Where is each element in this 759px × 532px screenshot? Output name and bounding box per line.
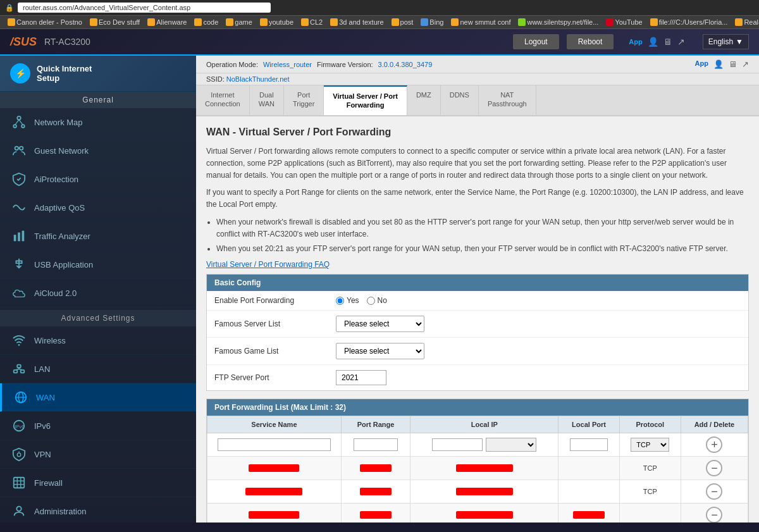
bookmark-item[interactable]: www.silentspy.net/file... (515, 18, 601, 27)
enable-no-option[interactable]: No (367, 296, 387, 305)
sidebar-item-label: WAN (36, 393, 55, 402)
bookmark-item[interactable]: youtube (257, 18, 296, 27)
brand-name: /SUS (10, 35, 37, 48)
port-range-input[interactable] (354, 438, 398, 451)
bookmark-icon (90, 18, 97, 26)
enable-yes-option[interactable]: Yes (336, 296, 359, 305)
protocol-cell (619, 504, 681, 523)
redacted-ip (456, 464, 513, 472)
brand-logo: /SUS (10, 35, 37, 49)
bookmark-item[interactable]: file:///C:/Users/Floria... (648, 18, 731, 27)
local-ip-dropdown[interactable] (486, 438, 536, 452)
sidebar-item-label: IPv6 (34, 421, 51, 431)
sidebar-item-label: Adaptive QoS (34, 203, 85, 213)
tab-bar: Internet Connection Dual WAN Port Trigge… (196, 85, 759, 116)
sidebar-item-ipv6[interactable]: IPv6 IPv6 (0, 412, 196, 440)
port-forwarding-title: Port Forwarding List (Max Limit : 32) (207, 399, 748, 416)
ftp-port-input[interactable] (336, 370, 386, 385)
action-cell: + (681, 433, 748, 457)
display-icon: 🖥 (663, 37, 672, 47)
sidebar-item-traffic-analyzer[interactable]: Traffic Analyzer (0, 222, 196, 251)
tab-ddns[interactable]: DDNS (441, 85, 479, 115)
bookmark-label: Bing (429, 18, 443, 26)
sidebar-item-administration[interactable]: Administration (0, 497, 196, 523)
enable-no-radio[interactable] (367, 297, 375, 305)
quick-setup-label: Quick InternetSetup (37, 64, 92, 83)
tab-dmz[interactable]: DMZ (407, 85, 441, 115)
bookmark-item[interactable]: Canon deler - Postno (5, 18, 85, 27)
faq-link[interactable]: Virtual Server / Port Forwarding FAQ (206, 260, 749, 269)
sidebar-item-wan[interactable]: WAN (0, 383, 196, 412)
add-button[interactable]: + (706, 436, 722, 453)
svg-rect-8 (18, 233, 20, 242)
network-icon (10, 115, 28, 129)
sidebar-item-adaptive-qos[interactable]: Adaptive QoS (0, 194, 196, 222)
sidebar-item-lan[interactable]: LAN (0, 355, 196, 383)
svg-line-15 (16, 369, 20, 370)
sidebar-item-guest-network[interactable]: Guest Network (0, 137, 196, 165)
service-name-cell (207, 433, 342, 457)
svg-line-3 (15, 120, 19, 125)
tab-port-trigger[interactable]: Port Trigger (284, 85, 324, 115)
bookmark-label: CL2 (310, 18, 323, 26)
bookmark-item[interactable]: Real-Time Lightning (732, 18, 759, 27)
local-port-input[interactable] (570, 438, 608, 451)
local-ip-input[interactable] (432, 438, 483, 451)
redacted-port (360, 464, 392, 472)
bookmark-item[interactable]: game (223, 18, 255, 27)
bookmark-item[interactable]: Alienware (145, 18, 189, 27)
chevron-down-icon: ▼ (736, 37, 743, 46)
redacted-port (360, 488, 392, 495)
remove-button[interactable]: − (706, 507, 722, 523)
bookmarks-bar: Canon deler - PostnoEco Dev stuffAlienwa… (0, 16, 759, 29)
ftp-port-row: FTP Server Port (207, 365, 748, 390)
tab-dual-wan[interactable]: Dual WAN (250, 85, 284, 115)
quick-setup-item[interactable]: ⚡ Quick InternetSetup (0, 56, 196, 92)
sidebar-item-usb-application[interactable]: USB Application (0, 251, 196, 279)
svg-rect-13 (21, 370, 25, 373)
bookmark-icon (147, 18, 155, 26)
tab-internet-connection[interactable]: Internet Connection (196, 85, 250, 115)
famous-game-dropdown[interactable]: Please select (336, 343, 424, 359)
bookmark-item[interactable]: code (192, 18, 221, 27)
protocol-dropdown[interactable]: TCP UDP BOTH (631, 438, 669, 452)
bookmark-icon (735, 18, 743, 26)
bookmark-label: www.silentspy.net/file... (527, 18, 598, 26)
bookmark-item[interactable]: CL2 (299, 18, 325, 27)
sidebar-item-aiprotection[interactable]: AiProtection (0, 165, 196, 194)
service-name-input[interactable] (218, 438, 331, 451)
bookmark-item[interactable]: YouTube (603, 18, 645, 27)
remove-button[interactable]: − (706, 460, 722, 476)
sidebar-item-aicloud[interactable]: AiCloud 2.0 (0, 279, 196, 307)
ssid-label: SSID: (206, 75, 225, 83)
sidebar-item-vpn[interactable]: VPN (0, 440, 196, 469)
sidebar-item-label: AiCloud 2.0 (34, 288, 77, 298)
sidebar-item-wireless[interactable]: Wireless (0, 326, 196, 355)
language-selector[interactable]: English ▼ (703, 34, 749, 49)
bookmark-item[interactable]: new smmut conf (448, 18, 513, 27)
tab-virtual-server[interactable]: Virtual Server / Port Forwarding (324, 85, 407, 115)
url-bar[interactable]: router.asus.com/Advanced_VirtualServer_C… (18, 3, 271, 13)
bookmark-item[interactable]: 3d and texture (328, 18, 386, 27)
status-icons: App 👤 🖥 ↗ (695, 59, 749, 69)
bookmark-item[interactable]: post (389, 18, 416, 27)
bookmark-item[interactable]: Bing (418, 18, 446, 27)
bookmark-item[interactable]: Eco Dev stuff (87, 18, 142, 27)
remove-button[interactable]: − (706, 483, 722, 500)
logout-button[interactable]: Logout (513, 34, 559, 49)
address-bar: 🔒 router.asus.com/Advanced_VirtualServer… (0, 0, 759, 16)
enable-label: Enable Port Forwarding (214, 296, 328, 305)
famous-server-dropdown[interactable]: Please select (336, 316, 424, 332)
sidebar-item-firewall[interactable]: Firewall (0, 469, 196, 497)
reboot-button[interactable]: Reboot (567, 34, 614, 49)
bookmark-icon (330, 18, 338, 26)
wan-icon (12, 390, 30, 404)
enable-yes-radio[interactable] (336, 297, 344, 305)
bookmark-label: Alienware (156, 18, 187, 26)
svg-rect-7 (14, 235, 16, 241)
tab-nat-passthrough[interactable]: NAT Passthrough (479, 85, 536, 115)
firmware-label: Firmware Version: (317, 61, 373, 68)
bookmark-icon (194, 18, 202, 26)
enable-no-label: No (378, 296, 387, 305)
sidebar-item-network-map[interactable]: Network Map (0, 108, 196, 137)
